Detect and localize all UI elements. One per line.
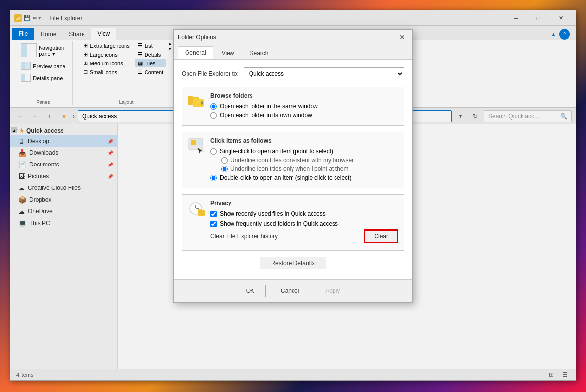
privacy-options: Privacy Show recently used files in Quic… <box>210 200 398 246</box>
apply-button[interactable]: Apply <box>314 285 351 297</box>
dialog-tab-general[interactable]: General <box>178 46 213 59</box>
restore-defaults-button[interactable]: Restore Defaults <box>260 257 326 269</box>
open-explorer-select[interactable]: Quick access This PC <box>244 67 404 80</box>
privacy-section: Privacy Show recently used files in Quic… <box>182 194 404 251</box>
frequent-folders-checkbox[interactable] <box>210 221 217 227</box>
browse-folders-options: Browse folders Open each folder in the s… <box>210 92 398 121</box>
browse-folders-icon <box>188 93 206 109</box>
click-items-options: Click items as follows Single-click to o… <box>210 137 398 183</box>
privacy-icon <box>188 200 206 217</box>
click-items-content: Click items as follows Single-click to o… <box>188 137 398 183</box>
open-explorer-label: Open File Explorer to: <box>182 70 239 77</box>
underline-point-label: Underline icon titles only when I point … <box>230 165 348 172</box>
browse-same-window-option[interactable]: Open each folder in the same window <box>210 103 398 110</box>
svg-rect-1 <box>188 96 193 98</box>
clear-history-row: Clear File Explorer history Clear <box>210 230 398 243</box>
click-items-icon <box>188 137 206 155</box>
double-click-radio[interactable] <box>210 175 217 181</box>
browse-folders-section: Browse folders Open each folder in the s… <box>182 87 404 126</box>
ok-button[interactable]: OK <box>235 285 266 297</box>
browse-folders-icon-wrapper <box>188 92 206 110</box>
browse-own-window-label: Open each folder in its own window <box>220 112 312 119</box>
browse-same-window-radio[interactable] <box>210 103 217 110</box>
browse-own-window-option[interactable]: Open each folder in its own window <box>210 112 398 119</box>
double-click-label: Double-click to open an item (single-cli… <box>220 174 351 181</box>
dialog-close-button[interactable]: ✕ <box>397 31 408 43</box>
dialog-body: Open File Explorer to: Quick access This… <box>174 60 412 279</box>
recent-files-label: Show recently used files in Quick access <box>220 210 326 217</box>
browse-same-window-label: Open each folder in the same window <box>220 103 318 110</box>
open-explorer-row: Open File Explorer to: Quick access This… <box>182 67 404 80</box>
underline-consistent-radio[interactable] <box>221 157 228 164</box>
underline-point-radio[interactable] <box>221 166 228 172</box>
dialog-title-bar: Folder Options ✕ <box>174 30 412 44</box>
single-click-label: Single-click to open an item (point to s… <box>220 148 333 155</box>
double-click-option[interactable]: Double-click to open an item (single-cli… <box>210 174 398 181</box>
click-items-section: Click items as follows Single-click to o… <box>182 132 404 188</box>
privacy-content: Privacy Show recently used files in Quic… <box>188 200 398 246</box>
privacy-title: Privacy <box>210 200 398 206</box>
dialog-overlay: Folder Options ✕ General View Search Ope… <box>0 0 586 392</box>
browse-folders-content: Browse folders Open each folder in the s… <box>188 92 398 121</box>
click-items-icon-wrapper <box>188 137 206 155</box>
clear-history-label: Clear File Explorer history <box>210 233 360 240</box>
cancel-button[interactable]: Cancel <box>270 285 310 297</box>
frequent-folders-label: Show frequently used folders in Quick ac… <box>220 220 338 227</box>
folder-options-dialog: Folder Options ✕ General View Search Ope… <box>173 29 413 303</box>
dialog-title: Folder Options <box>178 34 397 41</box>
svg-rect-12 <box>198 210 205 216</box>
frequent-folders-option[interactable]: Show frequently used folders in Quick ac… <box>210 220 398 227</box>
dialog-footer: OK Cancel Apply <box>174 279 412 302</box>
clear-button[interactable]: Clear <box>364 230 398 243</box>
svg-rect-13 <box>198 209 201 211</box>
dialog-tab-search[interactable]: Search <box>243 46 276 59</box>
browse-folders-title: Browse folders <box>210 92 398 99</box>
dialog-tab-view[interactable]: View <box>214 46 242 59</box>
recent-files-option[interactable]: Show recently used files in Quick access <box>210 210 398 217</box>
underline-consistent-option[interactable]: Underline icon titles consistent with my… <box>221 157 398 164</box>
svg-rect-3 <box>193 98 198 100</box>
svg-rect-6 <box>191 140 196 145</box>
click-items-title: Click items as follows <box>210 137 398 144</box>
browse-own-window-radio[interactable] <box>210 112 217 119</box>
recent-files-checkbox[interactable] <box>210 211 217 217</box>
open-explorer-select-wrapper: Quick access This PC <box>244 67 404 80</box>
svg-rect-7 <box>197 140 202 145</box>
dialog-tab-bar: General View Search <box>174 44 412 60</box>
sub-radio-group: Underline icon titles consistent with my… <box>221 157 398 172</box>
single-click-radio[interactable] <box>210 148 217 155</box>
single-click-option[interactable]: Single-click to open an item (point to s… <box>210 148 398 155</box>
underline-consistent-label: Underline icon titles consistent with my… <box>230 157 354 164</box>
underline-point-option[interactable]: Underline icon titles only when I point … <box>221 165 398 172</box>
privacy-icon-wrapper <box>188 200 206 217</box>
